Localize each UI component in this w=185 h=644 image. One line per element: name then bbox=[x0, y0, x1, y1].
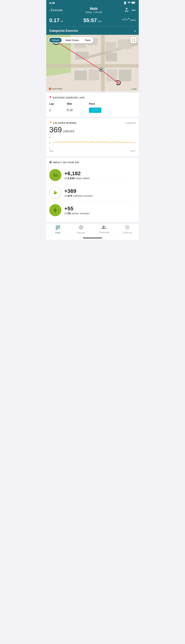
home-indicator bbox=[46, 237, 139, 240]
svg-point-0 bbox=[129, 3, 130, 4]
svg-rect-6 bbox=[101, 35, 105, 92]
distance-unit: mi bbox=[60, 20, 63, 23]
svg-rect-30 bbox=[57, 226, 58, 226]
duration-unit: min bbox=[98, 20, 102, 23]
svg-rect-34 bbox=[57, 227, 58, 228]
map-expand-button[interactable] bbox=[130, 37, 137, 43]
discover-icon bbox=[79, 225, 83, 231]
impact-section: IMPACT ON YOUR DAY +6,182 of 6,538 steps… bbox=[46, 158, 139, 222]
svg-rect-42 bbox=[57, 229, 58, 230]
more-button[interactable]: ••• bbox=[132, 8, 136, 12]
categorize-label: Categorize Exercise bbox=[49, 29, 78, 32]
header-title: Walk Today, 7:49 AM bbox=[85, 7, 102, 14]
today-label: Today bbox=[55, 232, 61, 234]
nav-today[interactable]: Today bbox=[46, 225, 69, 234]
pace-value: --'--" bbox=[122, 18, 130, 22]
svg-rect-35 bbox=[58, 227, 59, 228]
svg-point-22 bbox=[100, 69, 102, 71]
header-actions: ••• bbox=[125, 8, 136, 13]
activity-title: Walk bbox=[85, 7, 102, 11]
bottom-nav: Today Discover Community bbox=[46, 224, 139, 237]
calories-impact-desc: of 874 calories burned bbox=[64, 194, 92, 197]
table-row: 10.16--'--" bbox=[49, 107, 136, 114]
signal-icon: ▐▌ bbox=[124, 2, 127, 4]
lap-mile: 0.16 bbox=[67, 107, 89, 114]
distance-stat: 0.17 mi bbox=[49, 18, 78, 24]
calories-unit: calories bbox=[63, 129, 74, 133]
distance-laps-section: DISTANCE EXERCISE LAPS Lap Mile Pace 10.… bbox=[46, 93, 139, 117]
svg-rect-38 bbox=[57, 228, 58, 228]
nav-covid[interactable]: COVID-19 bbox=[116, 225, 139, 234]
svg-rect-31 bbox=[58, 226, 59, 226]
svg-point-24 bbox=[118, 82, 119, 83]
svg-rect-15 bbox=[89, 70, 99, 80]
duration-stat: 55:57 min bbox=[78, 18, 107, 24]
calories-value: 369 bbox=[49, 126, 62, 134]
tab-default[interactable]: Default bbox=[49, 38, 61, 42]
svg-rect-41 bbox=[56, 229, 57, 230]
target-icon bbox=[49, 161, 52, 164]
community-icon bbox=[102, 225, 106, 230]
calories-chart: 8 4 0 Start 55:57 bbox=[49, 136, 136, 153]
active-minutes-text: +55 of 55 active minutes bbox=[64, 206, 89, 215]
map-tabs: Default Heart Zones Pace bbox=[48, 37, 93, 43]
chart-start-label: Start bbox=[49, 150, 54, 152]
svg-rect-33 bbox=[56, 227, 57, 228]
categorize-chevron: › bbox=[134, 28, 136, 33]
mile-col-header: Mile bbox=[67, 102, 89, 107]
svg-point-45 bbox=[104, 226, 106, 227]
location-icon bbox=[49, 96, 51, 99]
apple-maps-label: 🍎 Apple Maps bbox=[48, 88, 63, 90]
svg-point-28 bbox=[50, 162, 51, 162]
steps-text: +6,182 of 6,538 steps taken bbox=[64, 170, 90, 180]
svg-rect-40 bbox=[59, 228, 60, 228]
chart-x-labels: Start 55:57 bbox=[49, 150, 136, 152]
svg-point-44 bbox=[103, 226, 104, 227]
calories-impact-value: +369 bbox=[64, 188, 92, 194]
categorize-banner[interactable]: Categorize Exercise › bbox=[46, 26, 139, 35]
activity-subtitle: Today, 7:49 AM bbox=[85, 11, 102, 14]
chart-y-labels: 8 4 0 bbox=[49, 136, 52, 150]
map-container: Default Heart Zones Pace 🍎 Apple Maps Le… bbox=[46, 35, 139, 92]
svg-rect-39 bbox=[58, 228, 59, 228]
active-minutes-icon bbox=[49, 204, 61, 216]
status-bar: 8:46 ▐▌ bbox=[46, 0, 139, 5]
svg-rect-37 bbox=[56, 228, 57, 228]
back-label: Exercise bbox=[51, 8, 62, 12]
today-icon bbox=[55, 225, 60, 231]
nav-community[interactable]: Community bbox=[92, 225, 116, 234]
calories-rate: 7 cals/min bbox=[125, 122, 136, 124]
status-time: 8:46 bbox=[49, 1, 55, 4]
pace-unit: pace bbox=[130, 18, 136, 21]
distance-laps-header: DISTANCE EXERCISE LAPS bbox=[49, 96, 136, 99]
legal-link[interactable]: Legal bbox=[131, 88, 137, 90]
tab-pace[interactable]: Pace bbox=[83, 38, 93, 42]
distance-value: 0.17 bbox=[49, 18, 60, 23]
distance-laps-label: DISTANCE EXERCISE LAPS bbox=[53, 96, 85, 99]
impact-steps: +6,182 of 6,538 steps taken bbox=[49, 166, 136, 184]
battery-icon bbox=[132, 2, 136, 4]
flame-icon bbox=[49, 121, 52, 125]
tab-heart-zones[interactable]: Heart Zones bbox=[63, 38, 81, 42]
nav-discover[interactable]: Discover bbox=[69, 225, 93, 234]
stats-row: 0.17 mi 55:57 min --'--" pace bbox=[46, 16, 139, 26]
svg-rect-17 bbox=[119, 70, 131, 81]
discover-label: Discover bbox=[77, 232, 85, 234]
back-button[interactable]: ‹ Exercise bbox=[49, 8, 63, 12]
svg-rect-13 bbox=[106, 53, 117, 61]
active-minutes-desc: of 55 active minutes bbox=[64, 212, 89, 215]
steps-icon bbox=[49, 169, 61, 181]
svg-rect-10 bbox=[106, 42, 116, 51]
svg-rect-36 bbox=[59, 227, 60, 228]
laps-table: Lap Mile Pace 10.16--'--" bbox=[49, 102, 136, 114]
lap-pace: --'--" bbox=[89, 107, 136, 114]
share-button[interactable] bbox=[125, 8, 129, 13]
status-icons: ▐▌ bbox=[124, 2, 136, 4]
active-minutes-value: +55 bbox=[64, 206, 89, 212]
svg-rect-2 bbox=[132, 2, 135, 4]
svg-rect-29 bbox=[56, 226, 57, 226]
wifi-icon bbox=[128, 2, 131, 4]
header: ‹ Exercise Walk Today, 7:49 AM ••• bbox=[46, 5, 139, 16]
pace-col-header: Pace bbox=[89, 102, 136, 107]
duration-value: 55:57 bbox=[83, 18, 97, 23]
